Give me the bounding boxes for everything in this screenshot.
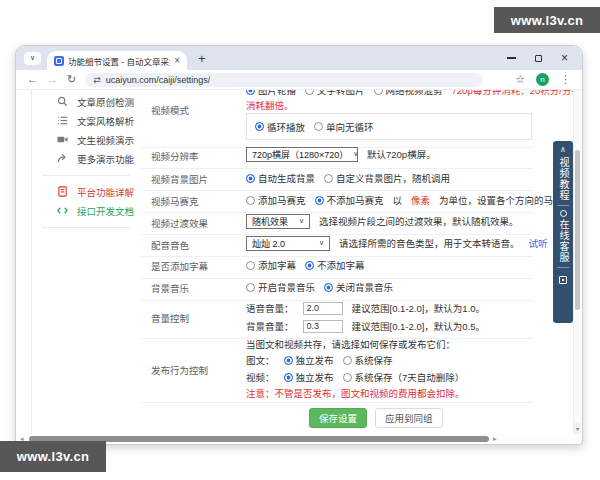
video-tutorial-button[interactable]: 视频教程 — [558, 157, 568, 201]
resolution-select[interactable]: 720p横屏（1280×720）∨ — [246, 147, 358, 162]
radio-option[interactable]: 自定义背景图片，随机调用 — [324, 171, 450, 185]
radio-icon — [246, 261, 255, 270]
url-text: ucaiyun.com/caiji/settings/ — [106, 75, 211, 85]
divider — [31, 90, 32, 434]
video-mode-options-row: 图片轮播 文字转图片 网络视频混剪 720p每分钟消耗：20积分/分钟，1080… — [246, 90, 581, 97]
chevron-down-icon: ∨ — [319, 239, 324, 247]
sidebar-item-api-docs[interactable]: 接口开发文档 — [57, 204, 134, 217]
sidebar-item-text-to-video-demo[interactable]: 文生视频演示 — [57, 133, 134, 146]
sidebar-item-style-analysis[interactable]: 文案风格解析 — [57, 114, 134, 127]
radio-option[interactable]: 开启背景音乐 — [246, 280, 315, 294]
apply-to-group-button[interactable]: 应用到同组 — [375, 408, 443, 428]
bookmark-star-icon[interactable]: ☆ — [515, 74, 525, 85]
radio-option[interactable]: 独立发布 — [284, 353, 334, 367]
form-actions: 保存设置 应用到同组 — [309, 408, 443, 428]
radio-option[interactable]: 循环播放 — [255, 120, 305, 134]
divider — [141, 190, 533, 191]
radio-option[interactable]: 图片轮播 — [246, 90, 296, 97]
radio-checked-icon — [315, 196, 324, 205]
radio-option[interactable]: 自动生成背景 — [246, 171, 315, 185]
tab-title: 功能细节设置 - 自动文章采集… — [68, 55, 170, 67]
bgm-volume-input[interactable] — [303, 320, 343, 333]
url-bar[interactable]: ⇄ ucaiyun.com/caiji/settings/ — [85, 73, 483, 87]
radio-label: 自定义背景图片，随机调用 — [336, 171, 450, 185]
radio-label: 添加马赛克 — [258, 193, 306, 207]
vertical-scrollbar[interactable]: ▾ — [573, 90, 581, 434]
scroll-down-arrow-icon[interactable]: ▾ — [574, 423, 581, 434]
field-label-bgm: 背景音乐 — [151, 281, 189, 295]
radio-option[interactable]: 不添加字幕 — [305, 258, 365, 272]
save-settings-button[interactable]: 保存设置 — [309, 408, 367, 428]
divider — [141, 168, 533, 169]
radio-option[interactable]: 关闭背景音乐 — [324, 280, 393, 294]
window-minimize-button[interactable] — [507, 57, 516, 59]
browser-menu-icon[interactable]: ⋮ — [560, 74, 571, 85]
vertical-scrollbar-thumb[interactable] — [575, 150, 580, 310]
field-label-mosaic: 视频马赛克 — [151, 194, 199, 208]
radio-label: 独立发布 — [296, 370, 334, 384]
browser-tab[interactable]: 功能细节设置 - 自动文章采集… × — [47, 51, 187, 70]
window-maximize-button[interactable] — [535, 55, 542, 62]
field-label-publish: 发布行为控制 — [151, 363, 208, 377]
qr-code-icon[interactable] — [559, 276, 567, 284]
back-icon[interactable]: ← — [27, 74, 38, 85]
voice-listen-link[interactable]: 试听 — [529, 236, 548, 250]
radio-option[interactable]: 不添加马赛克 — [315, 193, 384, 207]
voice-select[interactable]: 灿灿 2.0∨ — [246, 236, 330, 251]
transition-select[interactable]: 随机效果∨ — [246, 214, 310, 229]
reload-icon[interactable]: ↻ — [67, 74, 76, 85]
radio-option[interactable]: 系统保存（7天自动删除） — [343, 370, 465, 384]
site-settings-icon[interactable]: ⇄ — [93, 75, 101, 85]
share-arrow-icon — [57, 153, 68, 164]
window-close-button[interactable]: × — [561, 52, 568, 64]
chevron-down-icon: ∨ — [353, 150, 358, 158]
radio-option[interactable]: 单向无循环 — [314, 120, 374, 134]
sidebar-item-more-demos[interactable]: 更多演示功能 — [57, 152, 134, 165]
forward-icon[interactable]: → — [47, 74, 58, 85]
subtitle-row: 添加字幕 不添加字幕 — [246, 258, 365, 272]
radio-option[interactable]: 添加字幕 — [246, 258, 296, 272]
radio-option[interactable]: 系统保存 — [343, 353, 393, 367]
tab-search-chevron-icon[interactable]: ∨ — [24, 52, 41, 65]
radio-option[interactable]: 独立发布 — [284, 370, 334, 384]
select-value: 720p横屏（1280×720） — [252, 148, 348, 161]
radio-label: 不添加马赛克 — [327, 193, 384, 207]
window-controls: × — [507, 52, 568, 64]
video-icon — [57, 134, 68, 145]
cost-note: 720p每分钟消耗：20积分/分钟，1080p每分钟 — [452, 90, 581, 97]
sidebar-item-label: 平台功能详解 — [77, 185, 134, 199]
field-label-subtitle: 是否添加字幕 — [151, 259, 208, 273]
sidebar-item-platform-features[interactable]: 平台功能详解 — [57, 185, 134, 198]
online-support-button[interactable]: 在线客服 — [558, 219, 568, 263]
tab-favicon-icon — [54, 56, 64, 66]
sidebar-item-label: 更多演示功能 — [77, 152, 134, 166]
radio-option[interactable]: 文字转图片 — [305, 90, 365, 97]
radio-option[interactable]: 网络视频混剪 — [374, 90, 443, 97]
sidebar-item-label: 文生视频演示 — [77, 133, 134, 147]
scroll-right-arrow-icon[interactable]: ▸ — [493, 434, 497, 443]
tab-close-icon[interactable]: × — [174, 56, 180, 66]
sidebar-item-originality-check[interactable]: 文章原创检测 — [57, 95, 134, 108]
publish-warning: 注意：不管是否发布，图文和视频的费用都会扣除。 — [246, 386, 465, 400]
sidebar-item-label: 文案风格解析 — [77, 114, 134, 128]
radio-icon — [343, 356, 352, 365]
mosaic-note-prefix: 以 — [393, 193, 403, 207]
radio-label: 系统保存（7天自动删除） — [355, 370, 465, 384]
browser-toolbar: ← → ↻ ⇄ ucaiyun.com/caiji/settings/ ☆ n … — [16, 70, 582, 90]
radio-icon — [314, 122, 323, 131]
bgm-volume-name: 背景音量： — [246, 319, 294, 333]
mosaic-row: 添加马赛克 不添加马赛克 以 像素 为单位，设置各个方向的马赛克宽度。 — [246, 193, 581, 207]
voice-volume-input[interactable] — [303, 302, 343, 315]
customer-service-icon — [560, 210, 567, 217]
watermark-top: www.l3v.cn — [494, 7, 600, 33]
collapse-up-icon[interactable]: ∧ — [560, 146, 566, 154]
new-tab-button[interactable]: + — [198, 51, 206, 66]
divider — [557, 205, 569, 206]
sidebar-item-label: 文章原创检测 — [77, 95, 134, 109]
radio-option[interactable]: 添加马赛克 — [246, 193, 306, 207]
radio-checked-icon — [284, 373, 293, 382]
divider — [141, 212, 533, 213]
divider — [141, 256, 533, 257]
profile-avatar[interactable]: n — [536, 73, 549, 86]
radio-label: 系统保存 — [355, 353, 393, 367]
